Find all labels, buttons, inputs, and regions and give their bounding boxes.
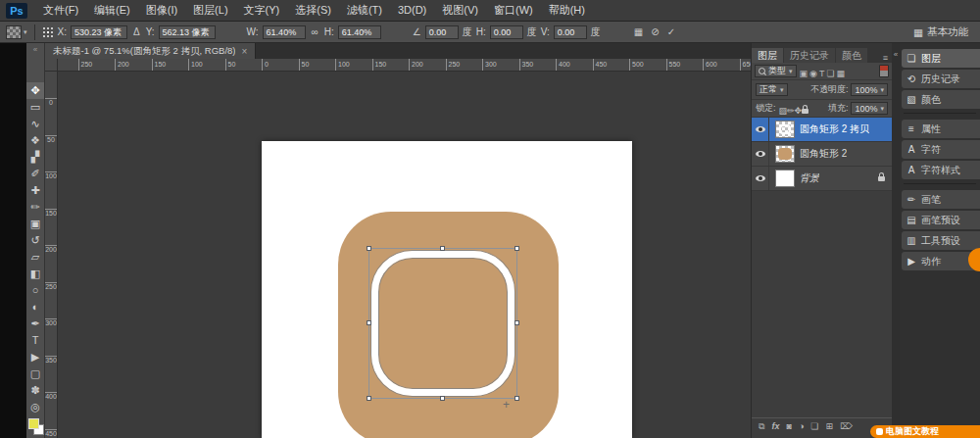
dock-panel-button[interactable]: ▤画笔预设 xyxy=(902,211,980,229)
eraser-tool[interactable]: ▱ xyxy=(26,249,44,266)
healing-brush-tool[interactable]: ✚ xyxy=(26,182,44,199)
document-tab[interactable]: 未标题-1 @ 75.1%(圆角矩形 2 拷贝, RGB/8) × xyxy=(45,43,256,59)
panel-tab[interactable]: 历史记录 xyxy=(784,48,835,63)
transform-handle[interactable] xyxy=(440,396,445,401)
close-document-icon[interactable]: × xyxy=(241,46,247,57)
layer-row[interactable]: 圆角矩形 2 xyxy=(752,142,892,167)
history-brush-tool[interactable]: ↺ xyxy=(26,232,44,249)
menu-item[interactable]: 编辑(E) xyxy=(86,0,138,21)
transform-handle[interactable] xyxy=(367,246,371,251)
horizontal-ruler[interactable]: 2502001501005005010015020025030035040045… xyxy=(58,59,751,72)
menu-item[interactable]: 文件(F) xyxy=(35,0,86,21)
lock-image-pixels-icon[interactable]: ✏ xyxy=(787,106,795,116)
move-tool[interactable]: ✥ xyxy=(26,82,44,99)
layer-thumbnail[interactable] xyxy=(775,170,795,187)
quick-selection-tool[interactable]: ❖ xyxy=(26,132,44,149)
dock-panel-button[interactable]: ✏画笔 xyxy=(902,190,980,209)
x-position-field[interactable]: 530.23 像素 xyxy=(71,25,127,39)
filter-kind-dropdown[interactable]: 类型 ▾ xyxy=(755,65,797,77)
foreground-color-swatch[interactable] xyxy=(28,418,39,429)
transform-handle[interactable] xyxy=(514,396,519,401)
menu-item[interactable]: 图像(I) xyxy=(138,0,185,21)
hand-tool[interactable]: ✽ xyxy=(26,382,44,399)
transform-handle[interactable] xyxy=(514,320,519,325)
visibility-toggle[interactable] xyxy=(752,142,769,166)
tool-preset-picker[interactable]: ▾ xyxy=(6,25,27,39)
layer-style-icon[interactable]: fx xyxy=(771,421,779,431)
layer-row[interactable]: 背景 xyxy=(752,167,892,191)
adjustment-layer-icon[interactable]: ◑ xyxy=(799,421,804,431)
opacity-select[interactable]: 100% ▾ xyxy=(851,83,888,96)
tools-panel-grip[interactable]: « xyxy=(26,43,44,82)
brush-tool[interactable]: ✏ xyxy=(26,199,44,216)
lock-all-icon[interactable] xyxy=(802,109,808,114)
layer-thumbnail[interactable] xyxy=(775,121,795,138)
dock-panel-button[interactable]: ▥工具预设 xyxy=(902,231,980,250)
cancel-transform-button[interactable]: ⊘ xyxy=(649,26,661,37)
dock-panel-button[interactable]: ❏图层 xyxy=(902,49,980,68)
add-layer-mask-icon[interactable]: ◙ xyxy=(786,421,791,431)
reference-point-locator[interactable] xyxy=(42,26,54,38)
link-layers-icon[interactable]: ⧉ xyxy=(759,421,764,432)
dodge-tool[interactable]: ◐ xyxy=(26,299,44,316)
menu-item[interactable]: 滤镜(T) xyxy=(339,0,390,21)
pen-tool[interactable]: ✒ xyxy=(26,316,44,332)
h-skew-field[interactable]: 0.00 xyxy=(490,25,523,39)
lock-transparent-pixels-icon[interactable]: ▨ xyxy=(779,106,788,116)
marquee-tool[interactable]: ▭ xyxy=(26,99,44,116)
relative-positioning-button[interactable]: Δ xyxy=(131,26,142,37)
dock-panel-button[interactable]: ▧颜色 xyxy=(902,90,980,109)
y-position-field[interactable]: 562.13 像素 xyxy=(159,25,216,39)
crop-tool[interactable]: ▞ xyxy=(26,149,44,166)
ruler-origin[interactable] xyxy=(45,59,58,72)
width-field[interactable]: 61.40% xyxy=(263,25,306,39)
visibility-toggle[interactable] xyxy=(752,167,769,190)
commit-transform-button[interactable]: ✓ xyxy=(665,26,677,37)
transform-handle[interactable] xyxy=(367,320,371,325)
path-selection-tool[interactable]: ▶ xyxy=(26,349,44,365)
color-swatches[interactable] xyxy=(26,418,44,438)
menu-item[interactable]: 帮助(H) xyxy=(541,0,593,21)
layer-row[interactable]: 圆角矩形 2 拷贝 xyxy=(752,118,892,142)
link-dimensions-icon[interactable]: ∞ xyxy=(310,26,320,37)
filter-adjustment-layers-icon[interactable]: ◉ xyxy=(808,69,818,78)
fill-select[interactable]: 100% ▾ xyxy=(851,102,888,115)
clone-stamp-tool[interactable]: ▣ xyxy=(26,216,44,232)
panel-tab[interactable]: 图层 xyxy=(752,48,783,63)
menu-item[interactable]: 选择(S) xyxy=(287,0,339,21)
lasso-tool[interactable]: ∿ xyxy=(26,116,44,132)
v-skew-field[interactable]: 0.00 xyxy=(554,25,587,39)
document-canvas[interactable]: + xyxy=(262,141,632,438)
lock-position-icon[interactable]: ✥ xyxy=(795,106,803,116)
zoom-tool[interactable]: ◎ xyxy=(26,399,44,415)
shape-tool[interactable]: ▢ xyxy=(26,365,44,382)
layer-thumbnail[interactable] xyxy=(775,145,795,163)
dock-panel-button[interactable]: A字符 xyxy=(902,140,980,159)
gradient-tool[interactable]: ◧ xyxy=(26,266,44,282)
filter-shape-layers-icon[interactable]: ❏ xyxy=(825,69,835,78)
menu-item[interactable]: 3D(D) xyxy=(390,0,434,21)
workspace-switcher[interactable]: ▦ 基本功能 xyxy=(913,25,974,39)
filter-toggle[interactable] xyxy=(879,65,889,77)
delete-layer-icon[interactable]: ⌦ xyxy=(840,421,853,431)
menu-item[interactable]: 图层(L) xyxy=(185,0,235,21)
new-group-icon[interactable]: ❏ xyxy=(810,421,818,431)
dock-panel-button[interactable]: A字符样式 xyxy=(902,161,980,179)
eyedropper-tool[interactable]: ✐ xyxy=(26,166,44,182)
transform-handle[interactable] xyxy=(440,246,445,251)
collapse-panels-icon[interactable]: « xyxy=(894,50,898,59)
visibility-toggle[interactable] xyxy=(752,118,769,141)
transform-handle[interactable] xyxy=(514,246,519,251)
white-rounded-rectangle-path[interactable] xyxy=(371,251,514,396)
panel-tab[interactable]: 颜色 xyxy=(836,48,867,63)
blur-tool[interactable]: ○ xyxy=(26,282,44,299)
warp-mode-button[interactable]: ▦ xyxy=(632,26,645,37)
dock-panel-button[interactable]: ≡属性 xyxy=(902,120,980,138)
menu-item[interactable]: 文字(Y) xyxy=(236,0,288,21)
transform-bounding-box[interactable] xyxy=(368,248,517,399)
transform-handle[interactable] xyxy=(367,396,371,401)
vertical-ruler[interactable]: 050100150200250300350400450 xyxy=(45,72,58,438)
height-field[interactable]: 61.40% xyxy=(338,25,381,39)
rotation-field[interactable]: 0.00 xyxy=(425,25,459,39)
panel-menu-icon[interactable]: ≡ xyxy=(879,53,892,63)
